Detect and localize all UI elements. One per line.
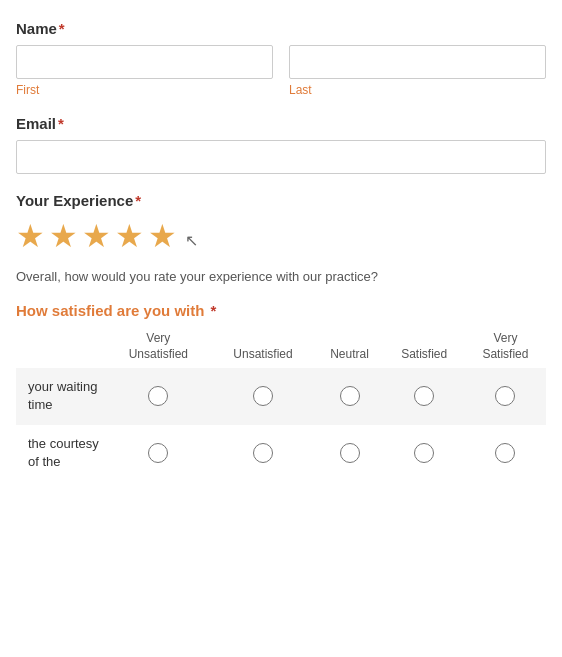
radio-courtesy-satisfied[interactable] — [414, 443, 434, 463]
radio-courtesy-neutral[interactable] — [340, 443, 360, 463]
cursor-icon: ↖ — [185, 231, 198, 250]
radio-waiting-very-satisfied[interactable] — [495, 386, 515, 406]
star-1[interactable]: ★ — [16, 217, 45, 255]
stars-container: ★ ★ ★ ★ ★ ↖ — [16, 217, 546, 263]
radio-courtesy-very-satisfied[interactable] — [495, 443, 515, 463]
email-section: Email* — [16, 115, 546, 174]
satisfaction-title: How satisfied are you with * — [16, 302, 546, 319]
col-unsatisfied: Unsatisfied — [211, 331, 316, 368]
satisfaction-table: VeryUnsatisfied Unsatisfied Neutral Sati… — [16, 331, 546, 481]
table-row: your waiting time — [16, 368, 546, 424]
email-required: * — [58, 115, 64, 132]
col-very-unsatisfied: VeryUnsatisfied — [106, 331, 211, 368]
name-label: Name* — [16, 20, 546, 37]
radio-courtesy-very-unsatisfied[interactable] — [148, 443, 168, 463]
row-label-courtesy: the courtesy of the — [16, 425, 106, 481]
email-input[interactable] — [16, 140, 546, 174]
radio-waiting-very-unsatisfied[interactable] — [148, 386, 168, 406]
satisfaction-header: VeryUnsatisfied Unsatisfied Neutral Sati… — [16, 331, 546, 368]
satisfaction-required: * — [211, 302, 217, 319]
star-2[interactable]: ★ — [49, 217, 78, 255]
last-name-group: Last — [289, 45, 546, 97]
radio-cell-courtesy-unsat — [211, 425, 316, 481]
name-row: First Last — [16, 45, 546, 97]
radio-cell-courtesy-neutral — [315, 425, 383, 481]
radio-cell-waiting-very-sat — [465, 368, 546, 424]
experience-label: Your Experience* — [16, 192, 546, 209]
radio-waiting-unsatisfied[interactable] — [253, 386, 273, 406]
star-4[interactable]: ★ — [115, 217, 144, 255]
last-label: Last — [289, 83, 546, 97]
experience-required: * — [135, 192, 141, 209]
col-very-satisfied: VerySatisfied — [465, 331, 546, 368]
radio-cell-courtesy-very-sat — [465, 425, 546, 481]
star-5[interactable]: ★ — [148, 217, 177, 255]
satisfaction-section: How satisfied are you with * VeryUnsatis… — [16, 302, 546, 481]
radio-cell-courtesy-very-unsat — [106, 425, 211, 481]
first-name-group: First — [16, 45, 273, 97]
table-row: the courtesy of the — [16, 425, 546, 481]
satisfaction-title-text: How satisfied are you with — [16, 302, 204, 319]
header-row: VeryUnsatisfied Unsatisfied Neutral Sati… — [16, 331, 546, 368]
name-required: * — [59, 20, 65, 37]
first-label: First — [16, 83, 273, 97]
radio-cell-courtesy-sat — [384, 425, 465, 481]
last-name-input[interactable] — [289, 45, 546, 79]
radio-cell-waiting-sat — [384, 368, 465, 424]
radio-courtesy-unsatisfied[interactable] — [253, 443, 273, 463]
name-label-text: Name — [16, 20, 57, 37]
name-section: Name* First Last — [16, 20, 546, 97]
satisfaction-body: your waiting time the courtesy of — [16, 368, 546, 481]
row-header-empty — [16, 331, 106, 368]
email-label: Email* — [16, 115, 546, 132]
experience-note: Overall, how would you rate your experie… — [16, 269, 546, 284]
radio-cell-waiting-very-unsat — [106, 368, 211, 424]
stars-row[interactable]: ★ ★ ★ ★ ★ — [16, 217, 177, 255]
first-name-input[interactable] — [16, 45, 273, 79]
radio-cell-waiting-unsat — [211, 368, 316, 424]
experience-label-text: Your Experience — [16, 192, 133, 209]
radio-cell-waiting-neutral — [315, 368, 383, 424]
email-label-text: Email — [16, 115, 56, 132]
col-satisfied: Satisfied — [384, 331, 465, 368]
experience-section: Your Experience* ★ ★ ★ ★ ★ ↖ Overall, ho… — [16, 192, 546, 284]
row-label-waiting: your waiting time — [16, 368, 106, 424]
col-neutral: Neutral — [315, 331, 383, 368]
radio-waiting-neutral[interactable] — [340, 386, 360, 406]
star-3[interactable]: ★ — [82, 217, 111, 255]
radio-waiting-satisfied[interactable] — [414, 386, 434, 406]
